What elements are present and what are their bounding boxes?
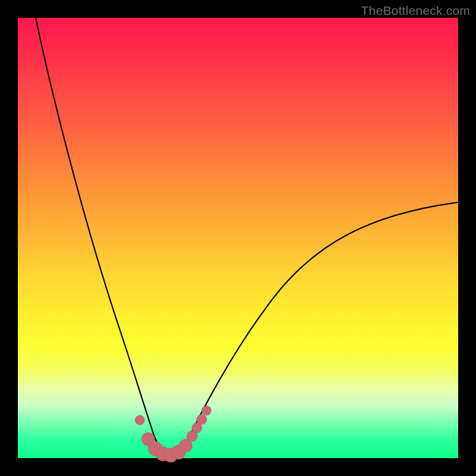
curve-right-branch <box>170 202 458 457</box>
chart-frame: TheBottleneck.com <box>0 0 476 476</box>
curve-left-branch <box>36 18 170 457</box>
marker-dot <box>202 406 211 415</box>
plot-area <box>18 18 458 458</box>
marker-dot <box>135 415 145 425</box>
chart-svg <box>18 18 458 458</box>
watermark-text: TheBottleneck.com <box>361 4 470 18</box>
marker-dot <box>197 415 207 425</box>
